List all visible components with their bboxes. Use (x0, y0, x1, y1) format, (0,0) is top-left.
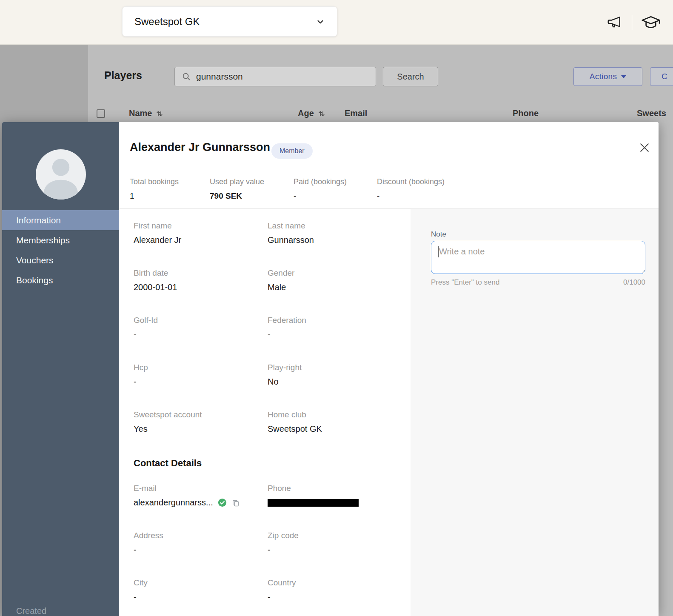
field-play-right: Play-right No (268, 363, 395, 387)
column-header-phone: Phone (513, 108, 539, 118)
stat-total-bookings: Total bookings 1 (130, 177, 179, 201)
close-icon[interactable] (638, 141, 651, 154)
field-country: Country - (268, 578, 395, 602)
field-phone: Phone (268, 484, 395, 507)
text-caret (438, 246, 439, 257)
field-last-name: Last name Gunnarsson (268, 221, 395, 245)
field-zip-code: Zip code - (268, 531, 395, 555)
column-header-email: Email (345, 108, 367, 118)
field-first-name: First name Alexander Jr (134, 221, 261, 245)
column-header-age[interactable]: Age (298, 108, 326, 118)
field-gender: Gender Male (268, 268, 395, 292)
nav-item-vouchers[interactable]: Vouchers (2, 250, 119, 270)
search-button[interactable]: Search (383, 67, 438, 86)
player-detail-drawer: Information Memberships Vouchers Booking… (2, 122, 659, 616)
note-hint: Press "Enter" to send (431, 278, 499, 287)
select-all-checkbox[interactable] (97, 109, 105, 118)
player-avatar (36, 149, 86, 200)
field-hcp: Hcp - (134, 363, 261, 387)
field-sweetspot-account: Sweetspot account Yes (134, 410, 261, 434)
drawer-main: Alexander Jr Gunnarsson Member Total boo… (119, 122, 659, 616)
actions-button-label: Actions (590, 72, 617, 81)
field-city: City - (134, 578, 261, 602)
phone-redacted-bar (268, 499, 359, 507)
field-federation: Federation - (268, 316, 395, 339)
sort-icon (317, 109, 326, 118)
stat-paid-bookings: Paid (bookings) - (294, 177, 347, 201)
field-email: E-mail alexandergunnarss... (134, 484, 278, 508)
screen: Players gunnarsson Search Actions C Name (0, 0, 673, 616)
create-button-label: C (662, 72, 667, 81)
column-header-sweetspot: Sweets (637, 108, 666, 118)
players-search-input[interactable]: gunnarsson (174, 67, 376, 86)
club-selector-value: Sweetspot GK (134, 16, 200, 28)
player-name: Alexander Jr Gunnarsson (130, 141, 270, 154)
megaphone-icon[interactable] (606, 14, 622, 31)
topbar: Sweetspot GK (0, 0, 673, 45)
stat-used-play-value: Used play value 790 SEK (210, 177, 264, 201)
field-birth-date: Birth date 2000-01-01 (134, 268, 261, 292)
search-input-value: gunnarsson (196, 71, 243, 82)
sort-icon (155, 109, 164, 118)
graduation-cap-icon[interactable] (642, 13, 660, 32)
drawer-nav-list: Information Memberships Vouchers Booking… (2, 210, 119, 290)
contact-details-heading: Contact Details (134, 458, 202, 469)
column-header-name[interactable]: Name (129, 108, 164, 118)
nav-item-bookings[interactable]: Bookings (2, 270, 119, 290)
note-char-counter: 0/1000 (623, 278, 645, 287)
field-address: Address - (134, 531, 261, 555)
note-input[interactable] (431, 241, 645, 274)
drawer-sidebar-footer: Created (16, 606, 46, 616)
note-label: Note (431, 230, 446, 239)
caret-down-icon (621, 75, 626, 78)
note-panel: Note Press "Enter" to send 0/1000 (411, 209, 659, 616)
create-button-clipped[interactable]: C (650, 67, 673, 86)
search-icon (182, 72, 191, 81)
stat-discount-bookings: Discount (bookings) - (377, 177, 445, 201)
copy-icon[interactable] (231, 499, 240, 507)
nav-item-information[interactable]: Information (2, 210, 119, 230)
club-selector-dropdown[interactable]: Sweetspot GK (122, 6, 337, 37)
page-title: Players (104, 69, 142, 82)
field-golf-id: Golf-Id - (134, 316, 261, 339)
verified-check-icon (217, 498, 227, 508)
member-badge: Member (271, 143, 313, 159)
field-home-club: Home club Sweetspot GK (268, 410, 395, 434)
person-icon (36, 149, 86, 200)
drawer-sidebar: Information Memberships Vouchers Booking… (2, 122, 119, 616)
toolbar-divider (632, 15, 632, 30)
chevron-down-icon (315, 16, 326, 27)
nav-item-memberships[interactable]: Memberships (2, 230, 119, 250)
actions-button[interactable]: Actions (573, 67, 642, 86)
topbar-actions (606, 0, 660, 45)
email-value: alexandergunnarss... (134, 498, 213, 508)
